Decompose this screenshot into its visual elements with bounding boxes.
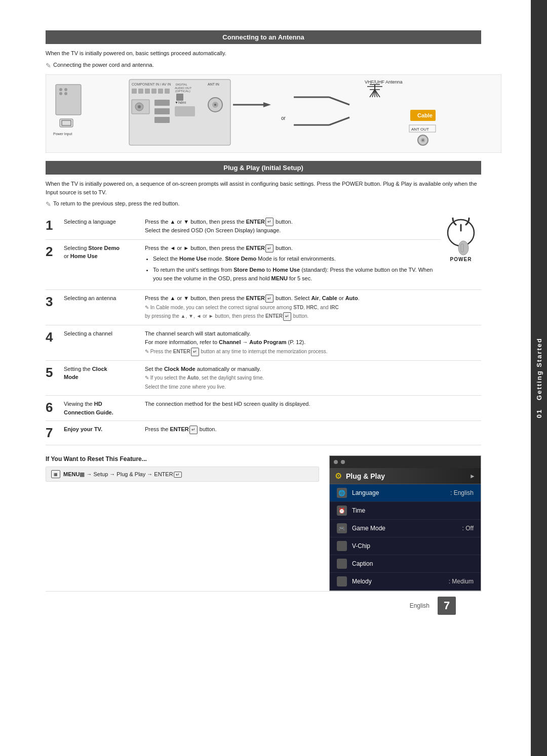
svg-rect-26 (154, 117, 170, 123)
svg-rect-14 (151, 89, 157, 94)
step-6-title: Viewing the HDConnection Guide. (64, 396, 145, 421)
svg-text:▼hdmi: ▼hdmi (175, 101, 186, 104)
time-label: Time (352, 507, 468, 514)
step-7-row: 7 Enjoy your TV. Press the ENTER↵ button… (46, 421, 481, 445)
step-2-number: 2 (46, 239, 64, 289)
step-1-desc: Press the ▲ or ▼ button, then press the … (145, 214, 441, 240)
svg-rect-16 (165, 89, 170, 94)
power-label: POWER (441, 257, 481, 262)
reset-title: If You Want to Reset This Feature... (46, 455, 319, 463)
svg-point-23 (138, 105, 141, 108)
antenna-note: ✎ Connecting the power cord and antenna. (46, 61, 481, 71)
svg-rect-12 (138, 89, 143, 94)
reset-command: ▦ MENU▦ → Setup → Plug & Play → ENTER↵ (46, 467, 319, 482)
setup-item-language[interactable]: 🌐 Language : English (330, 484, 481, 502)
antenna-intro: When the TV is initially powered on, bas… (46, 49, 481, 58)
plug-play-section: Plug & Play (Initial Setup) When the TV … (46, 161, 481, 591)
setup-item-caption[interactable]: Caption (330, 555, 481, 573)
menu-dot-1 (334, 460, 338, 464)
setup-menu-screenshot: ⚙ Plug & Play ► 🌐 Language : English ⏰ T… (329, 455, 481, 591)
step-7-number: 7 (46, 421, 64, 445)
setup-gear-icon: ⚙ (335, 471, 342, 481)
svg-text:DIGITAL: DIGITAL (176, 83, 188, 86)
svg-text:(OPTICAL): (OPTICAL) (175, 90, 190, 93)
step-4-title: Selecting a channel (64, 325, 145, 360)
svg-point-4 (64, 88, 67, 91)
setup-item-vchip[interactable]: V-Chip (330, 537, 481, 555)
step-5-row: 5 Setting the ClockMode Set the Clock Mo… (46, 360, 481, 396)
step-1-row: 1 Selecting a language Press the ▲ or ▼ … (46, 214, 481, 240)
main-content: Connecting to an Antenna When the TV is … (0, 0, 501, 756)
chapter-side-tab: 01 Getting Started (531, 0, 547, 756)
step-3-title: Selecting an antenna (64, 290, 145, 325)
setup-arrow-right: ► (470, 473, 476, 480)
page-footer: English 7 (46, 591, 481, 620)
svg-rect-24 (154, 100, 170, 106)
page-wrapper: Connecting to an Antenna When the TV is … (0, 0, 547, 756)
step-5-number: 5 (46, 360, 64, 396)
step-1-title: Selecting a language (64, 214, 145, 240)
plug-play-note: ✎ To return to the previous step, press … (46, 199, 481, 209)
language-icon: 🌐 (337, 488, 347, 498)
svg-rect-25 (154, 108, 170, 114)
step-6-row: 6 Viewing the HDConnection Guide. The co… (46, 396, 481, 421)
svg-rect-60 (461, 244, 463, 252)
reset-left: If You Want to Reset This Feature... ▦ M… (46, 455, 319, 482)
svg-rect-28 (175, 106, 195, 116)
language-value: : English (450, 489, 474, 496)
reset-section: If You Want to Reset This Feature... ▦ M… (46, 455, 481, 591)
svg-text:Power Input: Power Input (53, 132, 72, 136)
caption-icon (337, 559, 347, 569)
setup-header-row: ⚙ Plug & Play ► (330, 468, 481, 484)
step-2-row: 2 Selecting Store Demoor Home Use Press … (46, 239, 481, 289)
note-icon-2: ✎ (46, 199, 51, 209)
steps-table: 1 Selecting a language Press the ▲ or ▼ … (46, 214, 481, 446)
vchip-label: V-Chip (352, 542, 468, 550)
svg-text:ANT OUT: ANT OUT (411, 127, 429, 132)
antenna-diagram-svg: Power Input COMPONENT IN / AV IN DIGITAL… (46, 74, 501, 153)
setup-menu-topbar (330, 456, 481, 468)
power-button-svg (446, 218, 476, 256)
svg-point-5 (64, 92, 67, 95)
melody-value: : Medium (449, 578, 474, 585)
reset-command-text: MENU▦ → Setup → Plug & Play → ENTER↵ (63, 471, 182, 478)
svg-rect-15 (158, 89, 163, 94)
step-7-title: Enjoy your TV. (64, 421, 145, 445)
caption-label: Caption (352, 560, 468, 567)
step-7-desc: Press the ENTER↵ button. (145, 421, 441, 445)
svg-text:ANT IN: ANT IN (208, 82, 219, 86)
note-icon: ✎ (46, 61, 51, 71)
time-icon: ⏰ (337, 506, 347, 516)
power-icon-cell: POWER (441, 214, 481, 290)
step-2-title: Selecting Store Demoor Home Use (64, 239, 145, 289)
step-3-number: 3 (46, 290, 64, 325)
plug-play-intro: When the TV is initially powered on, a s… (46, 180, 481, 196)
setup-item-game-mode[interactable]: 🎮 Game Mode : Off (330, 520, 481, 537)
svg-point-32 (214, 104, 216, 106)
setup-item-melody[interactable]: Melody : Medium (330, 573, 481, 591)
menu-icon: ▦ (51, 470, 60, 478)
step-6-desc: The connection method for the best HD sc… (145, 396, 441, 421)
step-3-row: 3 Selecting an antenna Press the ▲ or ▼ … (46, 290, 481, 325)
game-mode-icon: 🎮 (337, 523, 347, 533)
step-4-row: 4 Selecting a channel The channel search… (46, 325, 481, 360)
svg-rect-20 (176, 94, 183, 101)
menu-dot-2 (341, 460, 345, 464)
footer-language: English (410, 602, 429, 609)
vchip-icon (337, 541, 347, 551)
svg-point-3 (59, 92, 62, 95)
game-mode-value: : Off (462, 525, 474, 532)
step-4-number: 4 (46, 325, 64, 360)
game-mode-label: Game Mode (352, 525, 457, 532)
setup-item-time[interactable]: ⏰ Time (330, 502, 481, 520)
chapter-label: 01 Getting Started (535, 338, 543, 418)
setup-menu-title: Plug & Play (346, 472, 465, 480)
step-5-title: Setting the ClockMode (64, 360, 145, 396)
step-5-desc: Set the Clock Mode automatically or manu… (145, 360, 441, 396)
svg-rect-13 (145, 89, 150, 94)
melody-icon (337, 576, 347, 586)
svg-text:COMPONENT IN / AV IN: COMPONENT IN / AV IN (132, 82, 171, 86)
step-2-desc: Press the ◄ or ► button, then press the … (145, 239, 441, 289)
svg-text:or: or (281, 115, 286, 121)
svg-rect-11 (132, 89, 137, 94)
